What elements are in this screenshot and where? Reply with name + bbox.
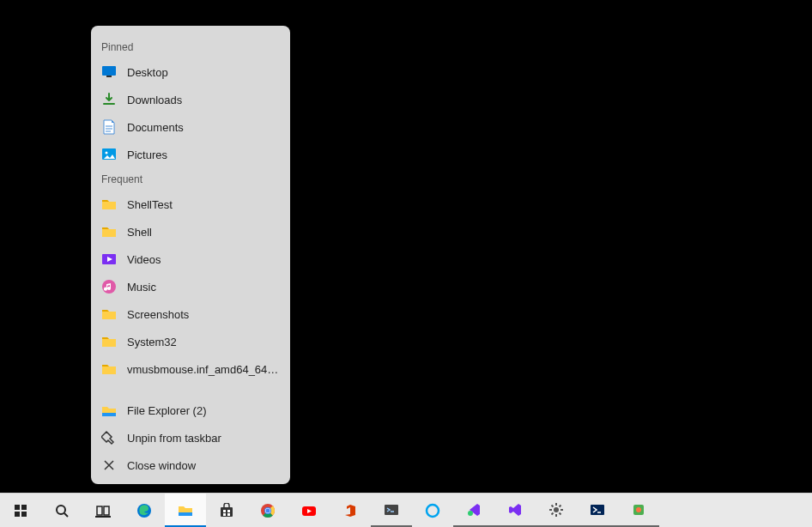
taskbar-edge[interactable]	[124, 494, 165, 527]
youtube-icon	[300, 501, 318, 520]
jumplist-item-documents[interactable]: Documents	[91, 113, 290, 141]
taskbar-powershell[interactable]	[577, 494, 618, 527]
taskview-icon	[94, 501, 112, 520]
explorer-icon	[101, 403, 117, 418]
folder-icon	[101, 306, 117, 322]
desktop-icon	[101, 64, 117, 80]
folder-icon	[101, 224, 117, 239]
explorer-jumplist: PinnedDesktopDownloadsDocumentsPicturesF…	[91, 26, 290, 484]
jumplist-item-desktop[interactable]: Desktop	[91, 58, 290, 86]
jumplist-item-label: Downloads	[127, 94, 280, 106]
jumplist-action-unpin[interactable]: Unpin from taskbar	[91, 424, 290, 451]
taskbar-search[interactable]	[41, 494, 82, 527]
search-icon	[52, 501, 71, 520]
jumplist-actions: File Explorer (2)Unpin from taskbarClose…	[91, 397, 290, 479]
taskbar-chrome[interactable]	[247, 494, 288, 527]
document-icon	[101, 119, 117, 135]
edge-icon	[135, 501, 154, 520]
jumplist-item-screenshots[interactable]: Screenshots	[91, 300, 290, 328]
office-icon	[341, 501, 360, 520]
visualstudio-icon	[506, 500, 524, 519]
taskbar-terminal[interactable]	[371, 494, 412, 527]
jumplist-item-shelltest[interactable]: ShellTest	[91, 191, 290, 218]
settings-icon	[547, 500, 566, 519]
folder-icon	[101, 361, 117, 377]
download-icon	[101, 92, 117, 107]
folder-icon	[101, 197, 117, 212]
taskbar	[0, 493, 812, 527]
jumplist-item-label: ShellTest	[127, 198, 280, 211]
jumplist-item-shell[interactable]: Shell	[91, 218, 290, 245]
folder-icon	[101, 334, 117, 349]
jumplist-item-label: Music	[127, 281, 280, 294]
jumplist-item-label: vmusbmouse.inf_amd64_64ac7a0a...	[127, 363, 280, 376]
jumplist-item-label: Screenshots	[127, 308, 280, 321]
jumplist-action-close[interactable]: Close window	[91, 451, 290, 479]
explorer-icon	[176, 500, 195, 519]
jumplist-item-downloads[interactable]: Downloads	[91, 86, 290, 113]
taskbar-settings[interactable]	[536, 494, 577, 527]
taskbar-vs[interactable]	[494, 494, 536, 527]
section-header: Frequent	[91, 168, 290, 191]
jumplist-action-app[interactable]: File Explorer (2)	[91, 397, 290, 424]
jumplist-item-videos[interactable]: Videos	[91, 245, 290, 273]
unpin-icon	[101, 430, 117, 445]
store-icon	[217, 501, 236, 520]
jumplist-sections: PinnedDesktopDownloadsDocumentsPicturesF…	[91, 36, 290, 383]
jumplist-item-label: Desktop	[127, 66, 280, 79]
vscode-icon	[464, 500, 483, 519]
jumplist-item-system32[interactable]: System32	[91, 328, 290, 355]
jumplist-item-label: Documents	[127, 121, 280, 134]
pictures-icon	[101, 147, 117, 162]
start-icon	[11, 501, 30, 520]
jumplist-item-label: Videos	[127, 253, 280, 266]
jumplist-item-label: Pictures	[127, 148, 280, 161]
jumplist-item-music[interactable]: Music	[91, 273, 290, 300]
jumplist-item-vmusb[interactable]: vmusbmouse.inf_amd64_64ac7a0a...	[91, 355, 290, 383]
taskbar-cortana[interactable]	[412, 494, 453, 527]
taskbar-taskview[interactable]	[82, 494, 124, 527]
jumplist-action-label: Unpin from taskbar	[127, 432, 280, 445]
taskbar-explorer[interactable]	[165, 494, 206, 527]
taskbar-youtube[interactable]	[288, 494, 330, 527]
close-icon	[101, 457, 117, 473]
jumplist-item-pictures[interactable]: Pictures	[91, 141, 290, 168]
misc-icon	[629, 500, 648, 519]
taskbar-office[interactable]	[330, 494, 371, 527]
taskbar-vscode[interactable]	[453, 494, 494, 527]
jumplist-item-label: Shell	[127, 226, 280, 239]
taskbar-start[interactable]	[0, 494, 41, 527]
terminal-icon	[382, 500, 401, 519]
music-icon	[101, 279, 117, 294]
jumplist-action-label: File Explorer (2)	[127, 404, 280, 417]
section-header: Pinned	[91, 36, 290, 58]
chrome-icon	[258, 501, 277, 520]
videos-icon	[101, 251, 117, 267]
powershell-icon	[588, 500, 607, 519]
cortana-icon	[423, 501, 442, 520]
jumplist-action-label: Close window	[127, 459, 280, 472]
taskbar-store[interactable]	[206, 494, 247, 527]
jumplist-item-label: System32	[127, 336, 280, 348]
taskbar-misc[interactable]	[618, 494, 659, 527]
